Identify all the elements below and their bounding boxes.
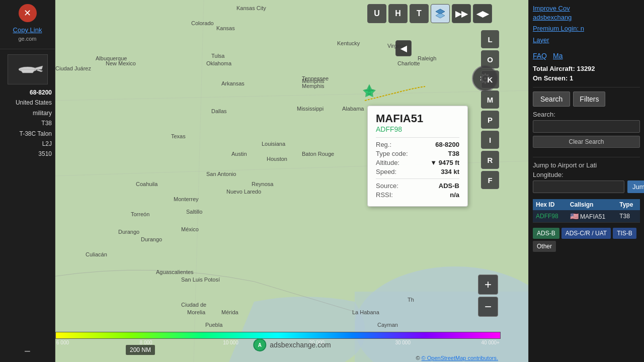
squawk: 3510 bbox=[0, 149, 52, 159]
collapse-panel-button[interactable]: ◀ bbox=[395, 40, 412, 56]
popup-source-label: Source: bbox=[376, 182, 398, 190]
popup-type-value: T38 bbox=[448, 150, 459, 157]
other-filter[interactable]: Other bbox=[533, 241, 556, 252]
jump-button[interactable]: Jum bbox=[627, 180, 644, 193]
attribution-prefix: © bbox=[416, 355, 421, 361]
divider bbox=[0, 49, 55, 49]
scale-bar: 200 NM bbox=[126, 345, 155, 355]
tisb-filter[interactable]: TIS-B bbox=[613, 228, 636, 239]
col-type: Type bbox=[616, 199, 640, 210]
search-label: Search: bbox=[533, 111, 640, 118]
clear-search-button[interactable]: Clear Search bbox=[533, 136, 640, 148]
side-btn-m[interactable]: M bbox=[481, 90, 499, 109]
side-btn-k[interactable]: K bbox=[481, 70, 499, 88]
zoom-controls: + − bbox=[478, 275, 498, 317]
popup-reg-row: Reg.: 68-8200 bbox=[376, 141, 459, 148]
next-button[interactable]: ▶▶ bbox=[452, 4, 471, 23]
btn-u[interactable]: U bbox=[367, 4, 386, 23]
layer-link[interactable]: Layer bbox=[533, 36, 549, 45]
search-filter-row: Search Filters bbox=[533, 92, 640, 107]
popup-reg-value: 68-8200 bbox=[435, 141, 459, 148]
right-divider-2 bbox=[533, 157, 640, 157]
popup-speed-label: Speed: bbox=[376, 168, 396, 175]
watermark: A adsbexchange.com bbox=[253, 338, 331, 352]
minus-icon: − bbox=[24, 345, 31, 358]
hex-cell: ADFF98 bbox=[533, 210, 567, 223]
search-button[interactable]: Search bbox=[533, 92, 570, 107]
flag-icon: 🇺🇸 bbox=[570, 212, 579, 220]
ma-link[interactable]: Ma bbox=[553, 52, 562, 60]
country: United States bbox=[0, 98, 52, 108]
jump-input[interactable] bbox=[533, 180, 624, 193]
svg-marker-3 bbox=[37, 69, 43, 72]
close-button[interactable]: ✕ bbox=[19, 4, 37, 22]
copy-link[interactable]: Copy Link bbox=[13, 26, 42, 34]
table-header-row: Hex ID Callsign Type bbox=[533, 199, 640, 210]
premium-login-link[interactable]: Premium Login: n bbox=[533, 24, 640, 33]
filters-button[interactable]: Filters bbox=[573, 92, 605, 107]
popup-speed-row: Speed: 334 kt bbox=[376, 168, 459, 175]
map-area[interactable]: Kansas City Colorado Kansas Kentucky Okl… bbox=[55, 0, 528, 362]
left-panel: ✕ Copy Link ge.com 68-8200 United States… bbox=[0, 0, 55, 362]
svg-marker-2 bbox=[35, 66, 43, 69]
color-label-5: 40 000+ bbox=[481, 340, 500, 345]
zoom-in-button[interactable]: + bbox=[478, 275, 498, 295]
btn-t[interactable]: T bbox=[410, 4, 429, 23]
zoom-out-button[interactable]: − bbox=[478, 297, 498, 317]
side-controls: L O K M P I R F bbox=[481, 30, 499, 189]
search-input[interactable] bbox=[533, 120, 640, 133]
alt-arrow: ▼ bbox=[430, 159, 437, 166]
btn-h[interactable]: H bbox=[388, 4, 408, 23]
side-btn-r[interactable]: R bbox=[481, 151, 499, 169]
popup-rssi-row: RSSI: n/a bbox=[376, 191, 459, 199]
popup-reg-label: Reg.: bbox=[376, 141, 391, 148]
svg-marker-1 bbox=[20, 69, 35, 73]
col-hex-id: Hex ID bbox=[533, 199, 567, 210]
category: military bbox=[0, 108, 52, 118]
type-code: T38 bbox=[0, 118, 52, 128]
popup-type-label: Type code: bbox=[376, 150, 408, 157]
popup-alt-row: Altitude: ▼ 9475 ft bbox=[376, 159, 459, 166]
map-top-controls: U H T ▶▶ ◀▶ bbox=[367, 4, 492, 23]
nav-links: FAQ Ma bbox=[533, 52, 640, 60]
side-btn-l[interactable]: L bbox=[481, 30, 499, 48]
svg-marker-14 bbox=[436, 13, 445, 18]
onscreen-row: On Screen: 1 bbox=[533, 74, 640, 82]
scale-value: 200 NM bbox=[130, 346, 151, 353]
aircraft-info: 68-8200 United States military T38 T-38C… bbox=[0, 87, 55, 159]
popup-divider bbox=[376, 137, 459, 138]
color-label-0: 6 000 bbox=[56, 340, 69, 345]
right-divider-1 bbox=[533, 87, 640, 87]
results-table: Hex ID Callsign Type ADFF98 🇺🇸 MAFIA51 T… bbox=[533, 199, 640, 223]
prev-button[interactable]: ◀▶ bbox=[473, 4, 492, 23]
adsb-exchange-link[interactable]: adsbexchang bbox=[533, 13, 640, 22]
right-panel-header: Improve Cov adsbexchang Premium Login: n… bbox=[533, 4, 640, 45]
popup-rssi-label: RSSI: bbox=[376, 191, 393, 199]
callsign-value: MAFIA51 bbox=[580, 213, 605, 220]
color-label-2: 10 000 bbox=[223, 340, 238, 345]
side-btn-p[interactable]: P bbox=[481, 111, 499, 129]
popup-speed-value: 334 kt bbox=[441, 168, 459, 175]
side-btn-i[interactable]: I bbox=[481, 131, 499, 149]
watermark-text: adsbexchange.com bbox=[270, 341, 331, 349]
svg-text:A: A bbox=[258, 342, 262, 348]
popup-divider2 bbox=[376, 178, 459, 179]
faq-link[interactable]: FAQ bbox=[533, 52, 547, 60]
popup-alt-value: ▼ 9475 ft bbox=[430, 159, 459, 166]
popup-callsign: MAFIA51 bbox=[376, 112, 459, 125]
source-type-filters: ADS-B ADS-C/R / UAT TIS-B Other bbox=[533, 228, 640, 252]
callsign-cell: 🇺🇸 MAFIA51 bbox=[567, 210, 616, 223]
table-row[interactable]: ADFF98 🇺🇸 MAFIA51 T38 bbox=[533, 210, 640, 223]
layers-button[interactable] bbox=[431, 4, 450, 23]
adsc-filter[interactable]: ADS-C/R / UAT bbox=[561, 228, 611, 239]
attribution-link[interactable]: © OpenStreetMap contributors. bbox=[422, 355, 498, 361]
total-aircraft-row: Total Aircraft: 13292 bbox=[533, 65, 640, 72]
side-btn-f[interactable]: F bbox=[481, 171, 499, 189]
popup-source-value: ADS-B bbox=[439, 182, 459, 190]
aircraft-popup: MAFIA51 ADFF98 Reg.: 68-8200 Type code: … bbox=[367, 106, 468, 207]
improve-coverage-link[interactable]: Improve Cov bbox=[533, 4, 640, 13]
adsb-filter[interactable]: ADS-B bbox=[533, 228, 559, 239]
popup-rssi-value: n/a bbox=[450, 191, 459, 199]
side-btn-o[interactable]: O bbox=[481, 50, 499, 68]
total-label: Total Aircraft: bbox=[533, 65, 575, 72]
